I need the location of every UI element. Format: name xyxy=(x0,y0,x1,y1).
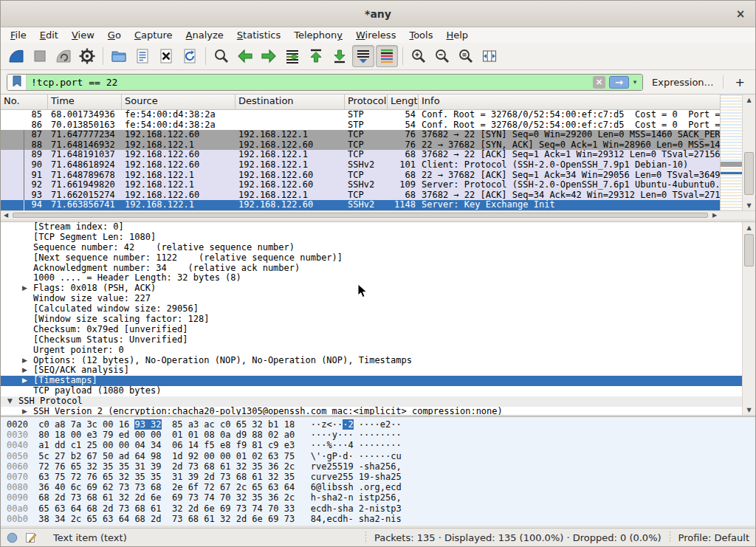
expander-icon[interactable]: ▶ xyxy=(20,283,30,294)
auto-scroll-button[interactable] xyxy=(352,45,374,67)
scroll-down-icon[interactable]: ▼ xyxy=(743,200,755,210)
details-vscrollbar[interactable]: ▲ ▼ xyxy=(742,222,755,415)
detail-line[interactable]: ▶Flags: 0x018 (PSH, ACK) xyxy=(1,283,742,294)
expert-info-icon[interactable] xyxy=(7,532,18,543)
column-header-destination[interactable]: Destination xyxy=(236,94,345,109)
expander-icon[interactable]: ▼ xyxy=(5,396,15,407)
detail-line[interactable]: [Checksum Status: Unverified] xyxy=(1,335,742,345)
packet-row-87[interactable]: 8771.647777234192.168.122.60192.168.122.… xyxy=(1,130,720,140)
packet-row-90[interactable]: 9071.648618924192.168.122.60192.168.122.… xyxy=(1,160,720,171)
expression-button[interactable]: Expression… xyxy=(652,77,714,88)
go-last-button[interactable] xyxy=(329,45,351,67)
open-file-button[interactable] xyxy=(108,45,130,67)
packet-list-vscrollbar[interactable]: ▲ ▼ xyxy=(742,94,755,210)
menu-telephony[interactable]: Telephony xyxy=(287,29,349,41)
add-filter-button[interactable]: + xyxy=(731,75,749,89)
menu-file[interactable]: File xyxy=(4,29,33,41)
hex-row-0070[interactable]: 0070 63 75 72 76 65 32 35 35 31 39 2d 73… xyxy=(1,472,755,482)
hex-row-0050[interactable]: 0050 5c 27 b2 67 50 ad 64 98 1d 92 00 00… xyxy=(1,451,755,461)
expander-icon[interactable]: ▶ xyxy=(20,365,30,376)
column-header-length[interactable]: Length xyxy=(388,94,419,109)
packet-row-86[interactable]: 8670.013850163fe:54:00:d4:38:2aSTP54Conf… xyxy=(1,120,720,131)
profile-status[interactable]: Profile: Default xyxy=(678,532,749,543)
zoom-out-button[interactable] xyxy=(431,45,453,67)
packet-list-hscrollbar[interactable]: ◀ ▶ xyxy=(1,210,720,219)
column-header-info[interactable]: Info xyxy=(419,94,755,109)
detail-line[interactable]: Acknowledgment number: 34 (relative ack … xyxy=(1,264,742,274)
packet-row-85[interactable]: 8568.001734936fe:54:00:d4:38:2aSTP54Conf… xyxy=(1,110,720,120)
detail-line[interactable]: Urgent pointer: 0 xyxy=(1,345,742,356)
menu-analyze[interactable]: Analyze xyxy=(179,29,230,41)
go-back-button[interactable] xyxy=(234,45,256,67)
colorize-packets-button[interactable] xyxy=(376,45,398,67)
hex-row-0090[interactable]: 0090 68 2d 73 68 61 32 2d 6e 69 73 74 70… xyxy=(1,492,755,503)
detail-line[interactable]: [Stream index: 0] xyxy=(1,222,742,233)
menu-statistics[interactable]: Statistics xyxy=(230,29,287,41)
menu-wireless[interactable]: Wireless xyxy=(349,29,402,41)
filter-bookmark-button[interactable] xyxy=(7,75,27,90)
display-filter-input[interactable] xyxy=(31,77,593,88)
menu-go[interactable]: Go xyxy=(101,29,128,41)
detail-line[interactable]: Checksum: 0x79ed [unverified] xyxy=(1,325,742,335)
expander-icon[interactable]: ▶ xyxy=(20,407,30,415)
detail-line[interactable]: ▶[SEQ/ACK analysis] xyxy=(1,365,742,376)
go-forward-button[interactable] xyxy=(258,45,280,67)
menu-view[interactable]: View xyxy=(65,29,101,41)
scroll-right-icon[interactable]: ▶ xyxy=(709,211,720,219)
detail-line[interactable]: [Next sequence number: 1122 (relative se… xyxy=(1,253,742,264)
menu-help[interactable]: Help xyxy=(439,29,475,41)
hex-row-0060[interactable]: 0060 72 76 65 32 35 35 31 39 2d 73 68 61… xyxy=(1,461,755,472)
filter-clear-icon[interactable]: × xyxy=(593,76,605,89)
expander-icon[interactable]: ▶ xyxy=(20,376,30,386)
detail-line[interactable]: ▶SSH Version 2 (encryption:chacha20-poly… xyxy=(1,407,742,415)
go-first-button[interactable] xyxy=(305,45,327,67)
column-header-protocol[interactable]: Protocol xyxy=(345,94,388,109)
packet-row-93[interactable]: 9371.662015274192.168.122.60192.168.122.… xyxy=(1,190,720,201)
packet-row-91[interactable]: 9171.648789678192.168.122.1192.168.122.6… xyxy=(1,171,720,181)
detail-line[interactable]: Sequence number: 42 (relative sequence n… xyxy=(1,243,742,253)
detail-line[interactable]: [TCP Segment Len: 1080] xyxy=(1,233,742,243)
detail-line[interactable]: TCP payload (1080 bytes) xyxy=(1,386,742,396)
resize-columns-button[interactable] xyxy=(478,45,501,67)
detail-line[interactable]: ▶[Timestamps] xyxy=(1,376,742,386)
detail-line[interactable]: [Calculated window size: 29056] xyxy=(1,304,742,314)
hex-row-0080[interactable]: 0080 36 40 6c 69 62 73 73 68 2e 6f 72 67… xyxy=(1,482,755,492)
capture-comment-icon[interactable] xyxy=(25,531,37,543)
title-bar[interactable]: *any × xyxy=(1,1,755,27)
detail-line[interactable]: 1000 .... = Header Length: 32 bytes (8) xyxy=(1,273,742,283)
packet-row-89[interactable]: 8971.648191037192.168.122.60192.168.122.… xyxy=(1,150,720,160)
display-filter-box[interactable]: × → ▾ xyxy=(7,74,643,91)
hex-row-00a0[interactable]: 00a0 65 63 64 68 2d 73 68 61 32 2d 6e 69… xyxy=(1,503,755,514)
zoom-original-button[interactable] xyxy=(455,45,477,67)
menu-edit[interactable]: Edit xyxy=(33,29,65,41)
close-file-button[interactable] xyxy=(155,45,177,67)
go-to-packet-button[interactable] xyxy=(281,45,303,67)
stop-capture-button[interactable] xyxy=(29,45,51,67)
hex-row-0040[interactable]: 0040 a1 dd c1 25 00 00 04 34 06 14 f5 e8… xyxy=(1,440,755,450)
scroll-up-icon[interactable]: ▲ xyxy=(743,94,755,105)
scrollbar-thumb[interactable] xyxy=(744,234,754,266)
packet-row-92[interactable]: 9271.661949820192.168.122.1192.168.122.6… xyxy=(1,180,720,190)
column-header-no[interactable]: No. xyxy=(1,94,48,109)
column-header-time[interactable]: Time xyxy=(48,94,122,109)
detail-line[interactable]: Window size value: 227 xyxy=(1,294,742,304)
filter-dropdown-icon[interactable]: ▾ xyxy=(629,78,641,86)
detail-line[interactable]: ▶Options: (12 bytes), No-Operation (NOP)… xyxy=(1,356,742,366)
filter-apply-icon[interactable]: → xyxy=(609,76,629,89)
scrollbar-thumb[interactable] xyxy=(13,213,708,218)
zoom-in-button[interactable] xyxy=(408,45,430,67)
detail-line[interactable]: ▼SSH Protocol xyxy=(1,396,742,407)
menu-tools[interactable]: Tools xyxy=(402,29,439,41)
column-header-source[interactable]: Source xyxy=(122,94,236,109)
menu-capture[interactable]: Capture xyxy=(128,29,179,41)
scrollbar-thumb[interactable] xyxy=(744,152,754,195)
packet-row-94[interactable]: 9471.663856741192.168.122.1192.168.122.6… xyxy=(1,200,720,210)
reload-file-button[interactable] xyxy=(179,45,201,67)
hex-row-00b0[interactable]: 00b0 38 34 2c 65 63 64 68 2d 73 68 61 32… xyxy=(1,514,755,524)
close-window-icon[interactable]: × xyxy=(733,7,748,21)
scroll-left-icon[interactable]: ◀ xyxy=(1,211,11,219)
scroll-down-icon[interactable]: ▼ xyxy=(743,405,755,415)
packet-row-88[interactable]: 8871.648146932192.168.122.1192.168.122.6… xyxy=(1,140,720,151)
expander-icon[interactable]: ▶ xyxy=(20,356,30,366)
save-file-button[interactable] xyxy=(131,45,154,67)
